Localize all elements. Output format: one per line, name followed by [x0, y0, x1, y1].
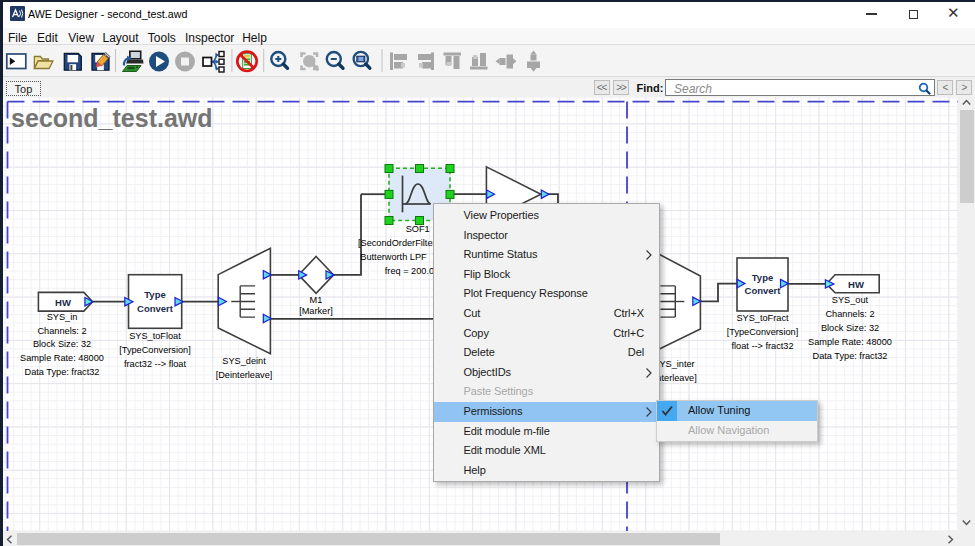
svg-text:freq = 200.00: freq = 200.00	[385, 266, 439, 276]
svg-text:[TypeConversion]: [TypeConversion]	[119, 345, 191, 355]
svg-text:Block Size: 32: Block Size: 32	[33, 339, 91, 349]
svg-text:[Deinterleave]: [Deinterleave]	[216, 370, 273, 380]
svg-text:Convert: Convert	[745, 285, 782, 296]
svg-text:[Marker]: [Marker]	[299, 306, 333, 316]
svg-text:Sample Rate: 48000: Sample Rate: 48000	[808, 337, 892, 347]
svg-text:SYS_out: SYS_out	[832, 295, 869, 305]
svg-text:Convert: Convert	[137, 303, 174, 314]
svg-text:SYS_deint: SYS_deint	[222, 356, 266, 366]
svg-text:Sample Rate: 48000: Sample Rate: 48000	[20, 353, 104, 363]
svg-text:fract32 --> float: fract32 --> float	[124, 359, 186, 369]
svg-text:Butterworth LPF: Butterworth LPF	[360, 252, 427, 262]
svg-text:Type: Type	[752, 272, 773, 283]
svg-text:Block Size: 32: Block Size: 32	[821, 323, 879, 333]
svg-text:float --> fract32: float --> fract32	[731, 341, 793, 351]
svg-text:HW: HW	[55, 297, 71, 308]
svg-text:Channels: 2: Channels: 2	[37, 326, 86, 336]
svg-text:Data Type: fract32: Data Type: fract32	[813, 351, 888, 361]
svg-text:Channels: 2: Channels: 2	[825, 309, 874, 319]
svg-text:M1: M1	[310, 295, 323, 305]
svg-text:SYS_toFloat: SYS_toFloat	[129, 331, 181, 341]
svg-text:[TypeConversion]: [TypeConversion]	[727, 327, 799, 337]
svg-text:SOF1: SOF1	[406, 224, 430, 234]
svg-text:Data Type: fract32: Data Type: fract32	[25, 367, 100, 377]
svg-text:HW: HW	[848, 279, 864, 290]
svg-text:SYS_toFract: SYS_toFract	[736, 313, 789, 323]
svg-text:Type: Type	[144, 289, 165, 300]
svg-text:SYS_in: SYS_in	[47, 312, 78, 322]
